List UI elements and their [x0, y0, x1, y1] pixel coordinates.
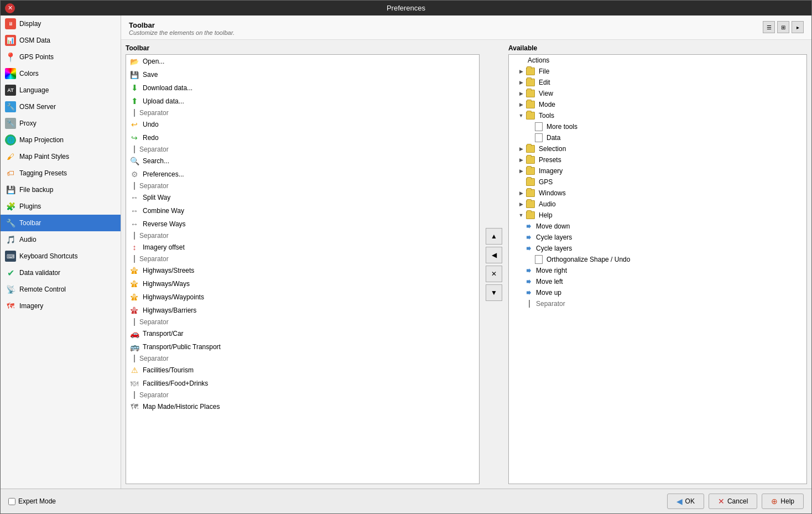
panel-icon-list[interactable]: ☰	[763, 21, 775, 33]
available-item[interactable]: Move down	[509, 221, 806, 232]
arrow-bullet-icon	[527, 290, 531, 295]
available-item[interactable]: Orthogonalize Shape / Undo	[509, 254, 806, 265]
list-item[interactable]: 📂 Open...	[126, 55, 479, 68]
cancel-button[interactable]: ✕ Cancel	[709, 494, 757, 509]
expand-arrow[interactable]: ▶	[518, 168, 524, 174]
sidebar-item-proxy[interactable]: 🔧 Proxy	[1, 115, 121, 132]
list-item[interactable]: 🛣 Highways/Barriers	[126, 304, 479, 317]
available-item[interactable]: Move right	[509, 265, 806, 276]
list-item[interactable]: 💾 Save	[126, 68, 479, 81]
list-item[interactable]: 🛣 Highways/Waypoints	[126, 290, 479, 304]
cancel-label: Cancel	[727, 497, 748, 505]
panel-icon-extra[interactable]: ▸	[792, 21, 804, 33]
expand-arrow[interactable]: ▶	[518, 101, 524, 108]
delete-button[interactable]: ✕	[486, 266, 502, 282]
sidebar-item-colors[interactable]: Colors	[1, 65, 121, 82]
expand-arrow[interactable]: ▶	[518, 90, 524, 97]
expand-arrow[interactable]: ▶	[518, 146, 524, 152]
available-item[interactable]: More tools	[509, 121, 806, 132]
item-label: Move up	[536, 289, 561, 297]
sidebar-item-keyboard-shortcuts[interactable]: ⌨ Keyboard Shortcuts	[1, 248, 121, 264]
list-item[interactable]: 🛣 Highways/Ways	[126, 277, 479, 290]
sidebar-item-map-paint-styles[interactable]: 🖌 Map Paint Styles	[1, 148, 121, 165]
move-left-button[interactable]: ◀	[486, 247, 502, 263]
available-item[interactable]: Move left	[509, 276, 806, 287]
available-item[interactable]: ▶ View	[509, 88, 806, 99]
sidebar-item-language[interactable]: AT Language	[1, 82, 121, 98]
sidebar-item-data-validator[interactable]: ✔ Data validator	[1, 264, 121, 281]
sidebar-item-display[interactable]: 🖥 Display	[1, 15, 121, 32]
expand-arrow[interactable]: ▶	[518, 68, 524, 75]
list-item[interactable]: ↩ Undo	[126, 118, 479, 131]
list-item-separator: Separator	[126, 144, 479, 154]
list-item[interactable]: ⬆ Upload data...	[126, 95, 479, 108]
sidebar-item-gps-points[interactable]: 📍 GPS Points	[1, 49, 121, 65]
expand-arrow[interactable]: ▶	[518, 190, 524, 196]
expand-arrow[interactable]: ▼	[518, 112, 524, 119]
ok-button[interactable]: ◀ OK	[667, 494, 704, 509]
available-item[interactable]: ▶ Edit	[509, 77, 806, 88]
file-icon	[535, 122, 543, 131]
expand-arrow[interactable]: ▶	[518, 157, 524, 163]
available-item[interactable]: ▶ Presets	[509, 154, 806, 165]
expand-arrow[interactable]: ▶	[518, 201, 524, 207]
sidebar-item-osm-server[interactable]: 🔧 OSM Server	[1, 98, 121, 115]
available-item[interactable]: ▼ Tools	[509, 110, 806, 121]
list-item[interactable]: ↔ Split Way	[126, 191, 479, 204]
toolbar-list-container: 📂 Open... 💾 Save ⬇ Download	[126, 54, 480, 484]
sidebar-item-imagery[interactable]: 🗺 Imagery	[1, 298, 121, 314]
available-item[interactable]: Actions	[509, 55, 806, 66]
available-item[interactable]: Cycle layers	[509, 232, 806, 243]
available-item[interactable]: ▼ Help	[509, 210, 806, 221]
close-button[interactable]: ✕	[5, 3, 15, 13]
panel-icon-grid[interactable]: ⊞	[777, 21, 789, 33]
item-label: Move left	[536, 278, 563, 285]
expand-arrow[interactable]: ▼	[518, 212, 524, 219]
list-item[interactable]: ⚙ Preferences...	[126, 168, 479, 181]
available-item[interactable]: ▶ Imagery	[509, 165, 806, 176]
expert-mode-checkbox[interactable]	[8, 498, 15, 505]
sidebar-item-toolbar[interactable]: 🔧 Toolbar	[1, 215, 121, 231]
list-item[interactable]: 🗺 Map Made/Historic Places	[126, 400, 479, 413]
sidebar-item-plugins[interactable]: 🧩 Plugins	[1, 198, 121, 215]
list-item[interactable]: 🍽 Facilities/Food+Drinks	[126, 377, 479, 390]
available-item[interactable]: ▶ File	[509, 66, 806, 77]
help-button[interactable]: ⊕ Help	[762, 494, 804, 509]
list-item[interactable]: ↪ Redo	[126, 131, 479, 144]
sidebar-item-map-projection[interactable]: 🌐 Map Projection	[1, 132, 121, 148]
expand-arrow[interactable]: ▶	[518, 79, 524, 86]
list-item[interactable]: ⬇ Download data...	[126, 81, 479, 95]
toolbar-list[interactable]: 📂 Open... 💾 Save ⬇ Download	[126, 54, 480, 484]
list-item[interactable]: ↕ Imagery offset	[126, 241, 479, 254]
available-item[interactable]: ▶ Selection	[509, 143, 806, 154]
available-item[interactable]: ▶ Audio	[509, 199, 806, 210]
list-item[interactable]: 🚗 Transport/Car	[126, 327, 479, 340]
plugins-icon: 🧩	[5, 201, 16, 212]
list-item[interactable]: ⚠ Facilities/Tourism	[126, 364, 479, 377]
list-item[interactable]: 🛣 Highways/Streets	[126, 264, 479, 277]
download-icon: ⬇	[129, 83, 139, 93]
list-item[interactable]: 🚌 Transport/Public Transport	[126, 340, 479, 354]
available-item[interactable]: Move up	[509, 287, 806, 298]
move-down-button[interactable]: ▼	[486, 284, 502, 301]
item-label: Selection	[539, 145, 566, 153]
list-item[interactable]: ↔ Reverse Ways	[126, 217, 479, 231]
list-item-separator: Separator	[126, 254, 479, 264]
available-item[interactable]: GPS	[509, 176, 806, 188]
available-item[interactable]: Data	[509, 132, 806, 143]
list-item[interactable]: ↔ Combine Way	[126, 204, 479, 217]
sidebar-item-file-backup[interactable]: 💾 File backup	[1, 181, 121, 198]
available-item[interactable]: ▶ Windows	[509, 188, 806, 199]
sidebar-item-audio[interactable]: 🎵 Audio	[1, 231, 121, 248]
sidebar-item-tagging-presets[interactable]: 🏷 Tagging Presets	[1, 165, 121, 181]
expert-mode-label[interactable]: Expert Mode	[18, 497, 56, 505]
available-list[interactable]: Actions ▶ File ▶ Edit	[508, 54, 807, 484]
sidebar-item-remote-control[interactable]: 📡 Remote Control	[1, 281, 121, 298]
sidebar-item-osm-data[interactable]: 📊 OSM Data	[1, 32, 121, 49]
available-item[interactable]: Cycle layers	[509, 243, 806, 254]
available-item[interactable]: ▶ Mode	[509, 99, 806, 110]
move-up-button[interactable]: ▲	[486, 228, 502, 245]
panel-icons: ☰ ⊞ ▸	[763, 21, 804, 33]
proxy-icon: 🔧	[5, 118, 16, 129]
list-item[interactable]: 🔍 Search...	[126, 154, 479, 168]
